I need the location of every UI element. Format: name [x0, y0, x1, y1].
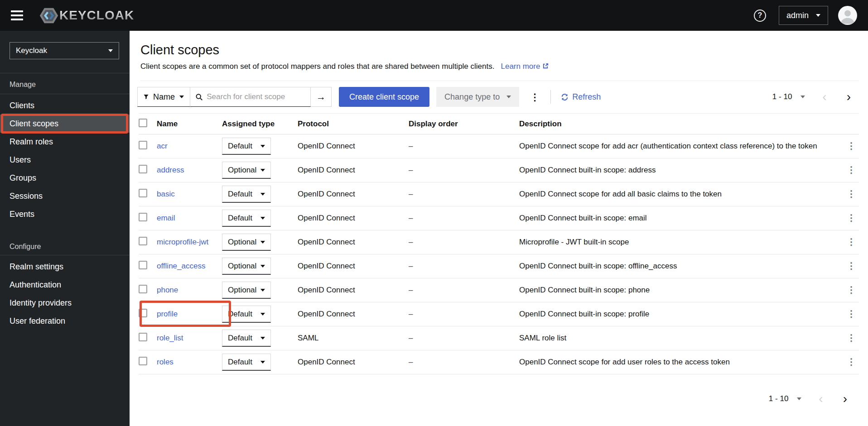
main-content: Client scopes Client scopes are a common… — [130, 31, 868, 426]
assigned-type-select[interactable]: Optional — [222, 258, 271, 275]
scope-name-link[interactable]: role_list — [157, 334, 183, 342]
row-kebab-menu[interactable]: ⋮ — [847, 213, 856, 223]
next-page-button[interactable]: › — [843, 392, 847, 405]
display-order-cell: – — [409, 190, 519, 199]
filter-type-dropdown[interactable]: Name — [137, 87, 190, 107]
scope-name-link[interactable]: roles — [157, 358, 174, 366]
table-row: profile Default OpenID Connect – OpenID … — [139, 302, 859, 326]
search-filter-group: Name → — [137, 87, 332, 107]
help-icon[interactable]: ? — [754, 10, 766, 22]
scope-name-link[interactable]: email — [157, 214, 175, 222]
toolbar-kebab-menu[interactable]: ⋮ — [530, 92, 540, 102]
select-all-checkbox[interactable] — [139, 119, 147, 127]
row-checkbox[interactable] — [139, 141, 147, 149]
protocol-cell: OpenID Connect — [298, 262, 409, 271]
previous-page-button[interactable]: ‹ — [819, 392, 823, 405]
assigned-type-select[interactable]: Default — [222, 210, 271, 227]
row-kebab-menu[interactable]: ⋮ — [847, 189, 856, 199]
sidebar: Keycloak Manage Clients Client scopes Re… — [0, 31, 130, 426]
sidebar-item-identity-providers[interactable]: Identity providers — [0, 294, 130, 312]
row-checkbox[interactable] — [139, 261, 147, 269]
assigned-type-select[interactable]: Default — [222, 354, 271, 371]
scope-name-link[interactable]: profile — [157, 310, 178, 318]
table-row: roles Default OpenID Connect – OpenID Co… — [139, 350, 859, 374]
row-checkbox[interactable] — [139, 309, 147, 317]
row-checkbox[interactable] — [139, 333, 147, 341]
description-cell: SAML role list — [519, 334, 844, 343]
pagination-range-dropdown[interactable]: 1 - 10 — [772, 92, 805, 101]
nav-toggle-hamburger-icon[interactable] — [11, 10, 23, 20]
row-checkbox[interactable] — [139, 237, 147, 245]
sidebar-item-client-scopes[interactable]: Client scopes — [0, 115, 130, 133]
assigned-type-select[interactable]: Default — [222, 306, 271, 323]
row-checkbox[interactable] — [139, 213, 147, 221]
row-kebab-menu[interactable]: ⋮ — [847, 261, 856, 271]
chevron-down-icon — [108, 49, 113, 52]
table-header-row: Name Assigned type Protocol Display orde… — [139, 113, 859, 134]
assigned-type-select[interactable]: Default — [222, 186, 271, 203]
scope-name-link[interactable]: address — [157, 166, 184, 174]
chevron-down-icon — [260, 241, 265, 244]
bottom-pagination: 1 - 10 ‹ › — [130, 392, 868, 405]
scope-name-link[interactable]: acr — [157, 142, 168, 150]
row-kebab-menu[interactable]: ⋮ — [847, 141, 856, 151]
chevron-down-icon — [260, 217, 265, 220]
scope-name-link[interactable]: basic — [157, 190, 175, 198]
row-checkbox[interactable] — [139, 285, 147, 293]
keycloak-logo-icon — [39, 7, 58, 24]
assigned-type-select[interactable]: Optional — [222, 282, 271, 299]
sidebar-item-clients[interactable]: Clients — [0, 96, 130, 115]
row-kebab-menu[interactable]: ⋮ — [847, 285, 856, 295]
row-checkbox[interactable] — [139, 165, 147, 173]
user-dropdown[interactable]: admin — [779, 6, 828, 25]
assigned-type-select[interactable]: Default — [222, 138, 271, 155]
create-client-scope-button[interactable]: Create client scope — [339, 87, 429, 107]
row-kebab-menu[interactable]: ⋮ — [847, 357, 856, 367]
display-order-cell: – — [409, 262, 519, 271]
row-kebab-menu[interactable]: ⋮ — [847, 237, 856, 247]
divider — [140, 81, 859, 81]
table-row: role_list Default SAML – SAML role list … — [139, 326, 859, 350]
chevron-down-icon — [260, 265, 265, 268]
display-order-cell: – — [409, 214, 519, 223]
display-order-cell: – — [409, 310, 519, 319]
sidebar-item-groups[interactable]: Groups — [0, 169, 130, 187]
avatar[interactable] — [838, 6, 857, 25]
table-body: acr Default OpenID Connect – OpenID Conn… — [139, 134, 859, 374]
scope-name-link[interactable]: phone — [157, 286, 178, 294]
sidebar-item-users[interactable]: Users — [0, 151, 130, 169]
row-kebab-menu[interactable]: ⋮ — [847, 333, 856, 343]
assigned-type-select[interactable]: Optional — [222, 162, 271, 179]
sidebar-item-realm-roles[interactable]: Realm roles — [0, 133, 130, 151]
change-type-dropdown[interactable]: Change type to — [436, 87, 519, 107]
external-link-icon — [542, 62, 549, 69]
realm-selector[interactable]: Keycloak — [10, 42, 119, 59]
search-submit-button[interactable]: → — [311, 87, 332, 107]
pagination-range-dropdown[interactable]: 1 - 10 — [769, 394, 801, 403]
page-description: Client scopes are a common set of protoc… — [140, 62, 859, 71]
sidebar-item-realm-settings[interactable]: Realm settings — [0, 258, 130, 276]
sidebar-item-sessions[interactable]: Sessions — [0, 187, 130, 205]
description-cell: OpenID Connect built-in scope: profile — [519, 310, 844, 319]
scope-name-link[interactable]: microprofile-jwt — [157, 238, 208, 246]
row-checkbox[interactable] — [139, 357, 147, 365]
search-input[interactable] — [207, 92, 305, 101]
row-checkbox[interactable] — [139, 189, 147, 197]
chevron-down-icon — [260, 337, 265, 340]
display-order-cell: – — [409, 334, 519, 343]
row-kebab-menu[interactable]: ⋮ — [847, 165, 856, 175]
refresh-button[interactable]: Refresh — [561, 92, 601, 102]
sidebar-item-user-federation[interactable]: User federation — [0, 312, 130, 330]
row-kebab-menu[interactable]: ⋮ — [847, 309, 856, 319]
sidebar-item-authentication[interactable]: Authentication — [0, 276, 130, 294]
sidebar-item-events[interactable]: Events — [0, 205, 130, 223]
assigned-type-select[interactable]: Optional — [222, 234, 271, 251]
scope-name-link[interactable]: offline_access — [157, 262, 205, 270]
refresh-icon — [561, 93, 569, 101]
previous-page-button[interactable]: ‹ — [822, 91, 826, 103]
next-page-button[interactable]: › — [847, 91, 851, 103]
nav-group-label-manage: Manage — [10, 81, 36, 89]
description-cell: Microprofile - JWT built-in scope — [519, 238, 844, 247]
assigned-type-select[interactable]: Default — [222, 330, 271, 347]
learn-more-link[interactable]: Learn more — [501, 62, 549, 71]
